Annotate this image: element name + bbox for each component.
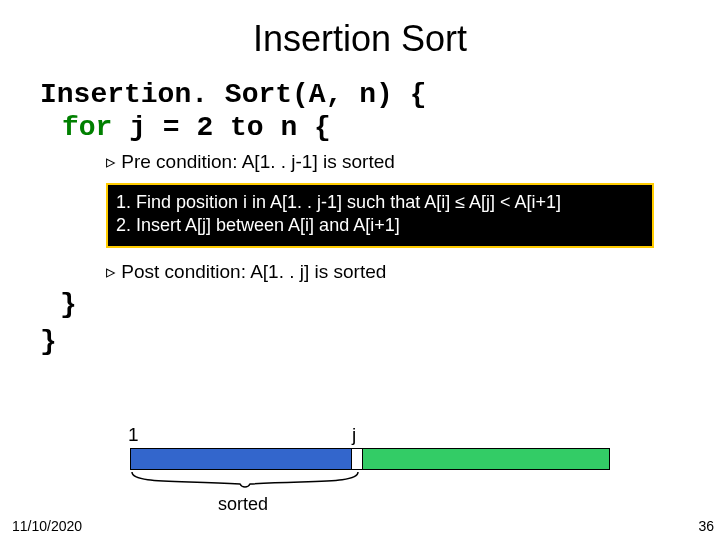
- array-diagram: 1 j sorted: [130, 432, 610, 512]
- code-block: Insertion. Sort(A, n) { for j = 2 to n {: [40, 78, 720, 144]
- footer-date: 11/10/2020: [12, 518, 82, 534]
- bar-gap: [352, 448, 362, 470]
- bar-unsorted-region: [362, 448, 610, 470]
- code-line-2-rest: j = 2 to n {: [112, 112, 330, 143]
- bar-sorted-region: [130, 448, 352, 470]
- closing-brace-inner: }: [60, 289, 720, 320]
- slide-title: Insertion Sort: [0, 18, 720, 60]
- pre-condition: ▹ Pre condition: A[1. . j-1] is sorted: [106, 150, 720, 173]
- post-condition: ▹ Post condition: A[1. . j] is sorted: [106, 260, 720, 283]
- closing-brace-outer: }: [40, 326, 720, 357]
- label-1: 1: [128, 424, 139, 446]
- step-1: 1. Find position i in A[1. . j-1] such t…: [116, 191, 644, 214]
- keyword-for: for: [62, 112, 112, 143]
- code-line-1: Insertion. Sort(A, n) {: [40, 78, 720, 111]
- steps-box: 1. Find position i in A[1. . j-1] such t…: [106, 183, 654, 248]
- step-2: 2. Insert A[j] between A[i] and A[i+1]: [116, 214, 644, 237]
- curly-brace-icon: [130, 470, 360, 496]
- code-line-2: for j = 2 to n {: [40, 111, 720, 144]
- page-number: 36: [698, 518, 714, 534]
- label-j: j: [352, 424, 356, 446]
- sorted-label: sorted: [218, 494, 268, 515]
